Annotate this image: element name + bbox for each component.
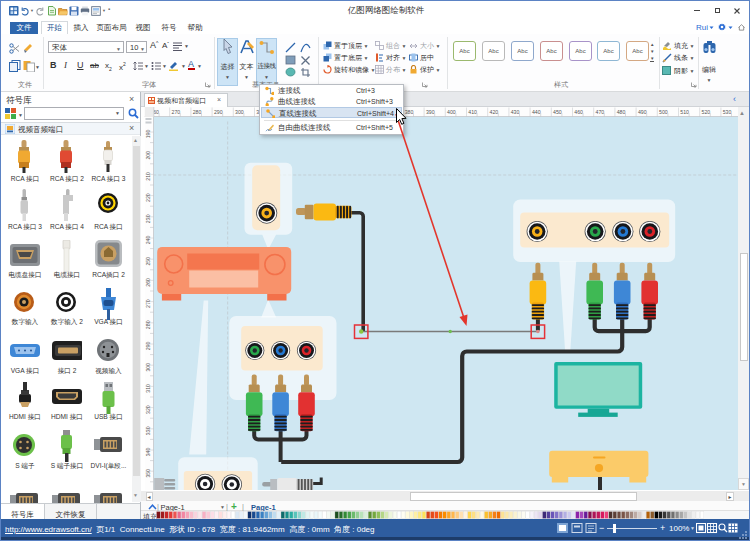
svg-text:300: 300 [235,109,244,115]
svg-text:300: 300 [145,362,151,371]
svg-text:310: 310 [145,383,151,392]
svg-text:290: 290 [214,109,223,115]
svg-text:280: 280 [145,320,151,329]
svg-text:520: 520 [702,109,711,115]
svg-text:390: 390 [426,109,435,115]
svg-text:230: 230 [145,214,151,223]
svg-text:470: 470 [596,109,605,115]
svg-text:510: 510 [680,109,689,115]
svg-text:200: 200 [145,150,151,159]
svg-text:270: 270 [172,109,181,115]
svg-text:210: 210 [145,171,151,180]
svg-text:220: 220 [145,193,151,202]
svg-text:420: 420 [490,109,499,115]
svg-text:350: 350 [145,468,151,477]
svg-text:290: 290 [145,341,151,350]
svg-text:480: 480 [617,109,626,115]
svg-text:410: 410 [468,109,477,115]
svg-text:440: 440 [532,109,541,115]
svg-text:380: 380 [405,109,414,115]
svg-text:430: 430 [511,109,520,115]
svg-text:250: 250 [145,256,151,265]
svg-text:190: 190 [145,129,151,138]
svg-text:460: 460 [574,109,583,115]
svg-text:450: 450 [553,109,562,115]
svg-text:490: 490 [638,109,647,115]
svg-text:500: 500 [659,109,668,115]
svg-text:240: 240 [145,235,151,244]
svg-text:280: 280 [193,109,202,115]
svg-text:330: 330 [145,426,151,435]
svg-text:340: 340 [145,447,151,456]
svg-text:530: 530 [723,109,732,115]
svg-text:260: 260 [145,277,151,286]
svg-text:270: 270 [145,299,151,308]
svg-text:400: 400 [447,109,456,115]
svg-text:320: 320 [145,405,151,414]
